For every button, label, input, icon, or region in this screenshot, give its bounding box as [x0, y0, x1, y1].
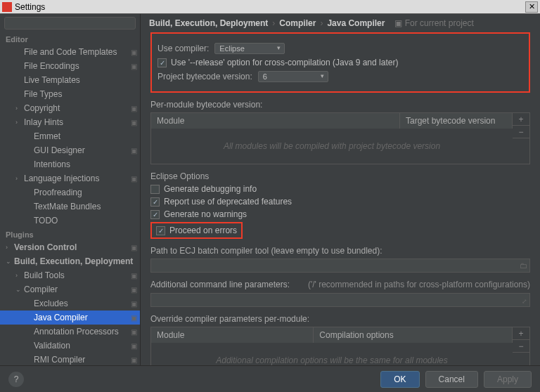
- th-target-bytecode-version: Target bytecode version: [400, 113, 513, 129]
- override-add-button[interactable]: +: [513, 327, 529, 340]
- chevron-down-icon: ⌄: [15, 286, 24, 293]
- project-icon: ▣: [394, 18, 402, 28]
- release-option-label: Use '--release' option for cross-compila…: [171, 58, 398, 67]
- override-remove-button[interactable]: −: [513, 340, 529, 353]
- override-table: Module Compilation options Additional co…: [150, 327, 530, 365]
- chevron-right-icon: ›: [320, 18, 323, 28]
- th-compilation-options: Compilation options: [314, 327, 513, 343]
- report-deprecated-label: Report use of deprecated features: [164, 197, 292, 207]
- project-icon: ▣: [131, 314, 137, 322]
- sidebar-item-intentions[interactable]: Intentions: [0, 157, 140, 171]
- project-icon: ▣: [131, 105, 137, 112]
- ecj-path-label: Path to ECJ batch compiler tool (leave e…: [150, 246, 530, 256]
- highlight-box-top: Use compiler: Eclipse Use '--release' op…: [150, 32, 530, 93]
- addl-params-label: Additional command line parameters:: [150, 280, 290, 289]
- sidebar: Q Editor File and Code Templates▣ File E…: [0, 14, 141, 365]
- chevron-right-icon: ›: [15, 175, 24, 182]
- sidebar-item-version-control[interactable]: ›Version Control▣: [0, 240, 140, 254]
- gen-debug-label: Generate debugging info: [164, 184, 257, 194]
- project-icon: ▣: [131, 272, 137, 280]
- remove-row-button[interactable]: −: [513, 126, 529, 138]
- project-icon: ▣: [131, 175, 137, 183]
- project-icon: ▣: [131, 119, 137, 126]
- project-icon: ▣: [131, 342, 137, 350]
- sidebar-item-file-encodings[interactable]: File Encodings▣: [0, 59, 140, 73]
- expand-icon[interactable]: ⤢: [522, 298, 527, 305]
- sidebar-item-build-execution-deployment[interactable]: ⌄Build, Execution, Deployment: [0, 254, 140, 268]
- sidebar-item-live-templates[interactable]: Live Templates: [0, 73, 140, 87]
- project-icon: ▣: [131, 244, 137, 251]
- gen-nowarn-label: Generate no warnings: [164, 209, 247, 219]
- project-icon: ▣: [131, 48, 137, 56]
- sidebar-item-copyright[interactable]: ›Copyright▣: [0, 101, 140, 115]
- sidebar-item-excludes[interactable]: Excludes▣: [0, 296, 140, 311]
- window-title: Settings: [15, 2, 525, 12]
- proceed-on-errors-checkbox[interactable]: [156, 226, 165, 235]
- sidebar-item-compiler[interactable]: ⌄Compiler▣: [0, 282, 140, 296]
- sidebar-item-build-tools[interactable]: ›Build Tools▣: [0, 268, 140, 282]
- project-icon: ▣: [131, 286, 137, 294]
- release-option-checkbox[interactable]: [158, 58, 167, 67]
- th-module2: Module: [151, 327, 314, 343]
- chevron-right-icon: ›: [272, 18, 275, 28]
- project-icon: ▣: [131, 300, 137, 308]
- close-icon[interactable]: ✕: [525, 1, 538, 13]
- app-icon: [2, 2, 12, 12]
- sidebar-heading-plugins: Plugins: [0, 228, 140, 240]
- use-compiler-select[interactable]: Eclipse: [214, 43, 285, 54]
- cancel-button[interactable]: Cancel: [425, 371, 478, 388]
- add-row-button[interactable]: +: [513, 113, 529, 126]
- footer: ? OK Cancel Apply: [0, 365, 540, 392]
- titlebar: Settings ✕: [0, 0, 540, 14]
- apply-button[interactable]: Apply: [484, 371, 532, 388]
- sidebar-item-language-injections[interactable]: ›Language Injections▣: [0, 171, 140, 185]
- chevron-right-icon: ›: [15, 272, 24, 279]
- sidebar-item-gui-designer[interactable]: GUI Designer▣: [0, 143, 140, 157]
- sidebar-item-textmate-bundles[interactable]: TextMate Bundles: [0, 200, 140, 214]
- sidebar-item-java-compiler[interactable]: Java Compiler▣: [0, 311, 140, 325]
- sidebar-item-rmi-compiler[interactable]: RMI Compiler▣: [0, 353, 140, 365]
- per-module-table-empty: All modules will be compiled with projec…: [151, 129, 513, 164]
- help-button[interactable]: ?: [8, 372, 24, 387]
- ok-button[interactable]: OK: [380, 371, 419, 388]
- browse-icon[interactable]: 🗀: [520, 261, 527, 270]
- gen-nowarn-checkbox[interactable]: [150, 210, 160, 219]
- use-compiler-label: Use compiler:: [158, 44, 209, 53]
- gen-debug-checkbox[interactable]: [150, 185, 160, 194]
- search-input[interactable]: [4, 17, 136, 30]
- th-module: Module: [151, 113, 400, 129]
- addl-params-hint: ('/' recommended in paths for cross-plat…: [308, 280, 530, 289]
- project-icon: ▣: [131, 328, 137, 336]
- project-icon: ▣: [131, 356, 137, 364]
- sidebar-item-todo[interactable]: TODO: [0, 214, 140, 228]
- addl-params-input[interactable]: [150, 293, 530, 307]
- chevron-right-icon: ›: [6, 244, 14, 251]
- override-table-empty: Additional compilation options will be t…: [151, 343, 513, 365]
- sidebar-item-file-types[interactable]: File Types: [0, 87, 140, 101]
- breadcrumb-2: Java Compiler: [327, 18, 385, 28]
- per-module-bytecode-label: Per-module bytecode version:: [150, 100, 530, 110]
- sidebar-item-validation[interactable]: Validation▣: [0, 339, 140, 353]
- eclipse-options-heading: Eclipse Options: [150, 171, 530, 181]
- override-params-label: Override compiler parameters per-module:: [150, 314, 530, 324]
- project-icon: ▣: [131, 147, 137, 155]
- project-icon: ▣: [131, 63, 137, 70]
- sidebar-item-inlay-hints[interactable]: ›Inlay Hints▣: [0, 115, 140, 129]
- breadcrumb: Build, Execution, Deployment › Compiler …: [141, 14, 540, 32]
- sidebar-item-annotation-processors[interactable]: Annotation Processors▣: [0, 325, 140, 339]
- breadcrumb-0[interactable]: Build, Execution, Deployment: [149, 18, 268, 28]
- proceed-on-errors-label: Proceed on errors: [169, 226, 237, 235]
- chevron-right-icon: ›: [15, 105, 24, 112]
- sidebar-item-proofreading[interactable]: Proofreading: [0, 185, 140, 200]
- report-deprecated-checkbox[interactable]: [150, 197, 160, 207]
- project-bytecode-version-label: Project bytecode version:: [158, 72, 252, 81]
- sidebar-item-file-code-templates[interactable]: File and Code Templates▣: [0, 45, 140, 59]
- project-bytecode-version-select[interactable]: 6: [258, 71, 328, 82]
- chevron-down-icon: ⌄: [6, 258, 14, 265]
- per-module-table: Module Target bytecode version All modul…: [150, 112, 530, 164]
- breadcrumb-hint: For current project: [405, 18, 474, 28]
- breadcrumb-1[interactable]: Compiler: [279, 18, 316, 28]
- highlight-box-proceed: Proceed on errors: [150, 222, 243, 239]
- sidebar-item-emmet[interactable]: Emmet: [0, 129, 140, 143]
- ecj-path-input[interactable]: [150, 259, 530, 273]
